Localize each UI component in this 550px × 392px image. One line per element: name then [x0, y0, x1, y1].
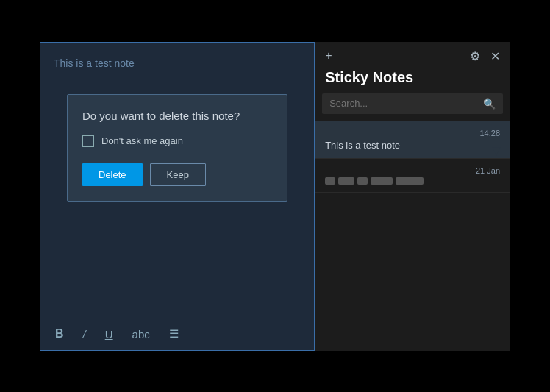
- note-placeholder: This is a test note: [54, 57, 135, 69]
- note-time: 14:28: [325, 129, 500, 138]
- sticky-notes-panel: + ⚙ ✕ Sticky Notes 🔍 14:28 This is a tes…: [315, 42, 510, 351]
- blur-block: [371, 177, 393, 185]
- bold-button[interactable]: B: [52, 326, 67, 342]
- blur-block: [396, 177, 424, 185]
- search-bar[interactable]: 🔍: [322, 93, 503, 114]
- sticky-header: + ⚙ ✕: [315, 42, 510, 68]
- blur-block: [357, 177, 368, 185]
- add-icon[interactable]: +: [325, 49, 332, 63]
- note-text: This is a test note: [325, 140, 500, 151]
- italic-button[interactable]: /: [80, 327, 89, 342]
- checkbox-label: Don't ask me again: [101, 135, 183, 146]
- delete-dialog: Do you want to delete this note? Don't a…: [67, 94, 288, 202]
- underline-button[interactable]: U: [102, 327, 116, 342]
- close-icon[interactable]: ✕: [490, 49, 500, 63]
- strikethrough-button[interactable]: abc: [129, 327, 153, 342]
- dialog-title: Do you want to delete this note?: [82, 110, 272, 122]
- note-text-blurred: [325, 177, 500, 185]
- sticky-notes-title: Sticky Notes: [315, 68, 510, 93]
- delete-button[interactable]: Delete: [82, 163, 143, 186]
- note-time: 21 Jan: [325, 166, 500, 175]
- note-editor-content: This is a test note Do you want to delet…: [40, 43, 314, 318]
- note-toolbar: B / U abc ☰: [40, 318, 314, 350]
- dont-ask-checkbox[interactable]: [82, 135, 94, 147]
- checkbox-row: Don't ask me again: [82, 135, 272, 147]
- search-input[interactable]: [329, 98, 483, 109]
- notes-list: 14:28 This is a test note ▼ 21 Jan: [315, 121, 510, 351]
- settings-icon[interactable]: ⚙: [470, 49, 480, 63]
- list-button[interactable]: ☰: [166, 326, 182, 342]
- keep-button[interactable]: Keep: [150, 163, 206, 186]
- blur-block: [325, 177, 335, 185]
- blur-block: [338, 177, 354, 185]
- note-arrow: ▼: [490, 143, 503, 159]
- note-editor: This is a test note Do you want to delet…: [40, 42, 315, 351]
- note-item[interactable]: 14:28 This is a test note ▼: [315, 121, 510, 159]
- dialog-buttons: Delete Keep: [82, 163, 272, 186]
- note-item[interactable]: 21 Jan: [315, 159, 510, 193]
- search-icon: 🔍: [483, 98, 496, 110]
- header-icons: ⚙ ✕: [470, 49, 500, 63]
